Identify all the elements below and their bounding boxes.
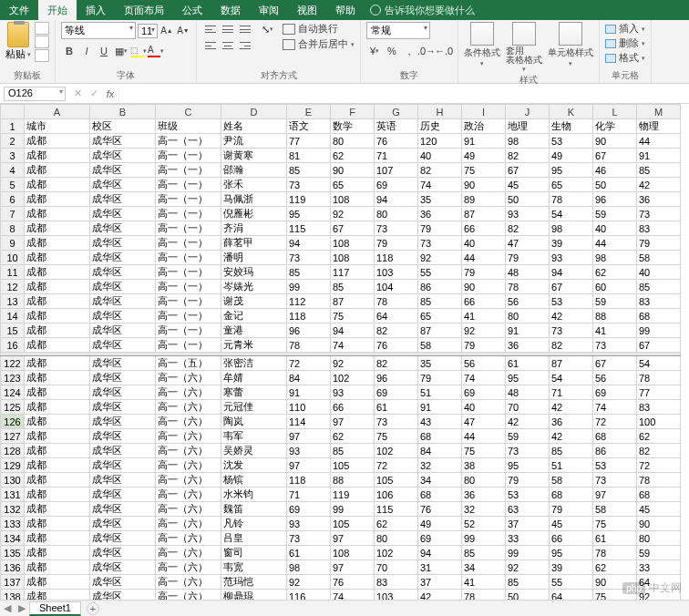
row-header[interactable]: 128 [1, 444, 25, 458]
cell[interactable]: 42 [506, 415, 550, 429]
cell[interactable]: 85 [418, 294, 462, 309]
cell[interactable]: 成都 [25, 546, 90, 560]
cell[interactable]: 成华区 [90, 265, 156, 280]
cell[interactable]: 64 [550, 590, 593, 601]
cell[interactable]: 政治 [462, 119, 506, 134]
row-header[interactable]: 133 [1, 517, 25, 531]
cell[interactable]: 78 [593, 546, 637, 560]
cell[interactable]: 94 [375, 192, 418, 207]
cell[interactable]: 97 [331, 415, 375, 429]
cell[interactable]: 104 [375, 280, 418, 294]
cell[interactable]: 安姣玛 [221, 265, 287, 280]
cell[interactable]: 邵瀚 [221, 163, 287, 178]
cell[interactable]: 成华区 [90, 251, 156, 265]
cell[interactable]: 73 [550, 323, 593, 338]
cell[interactable]: 成都 [25, 502, 90, 517]
cell[interactable]: 成都 [25, 309, 90, 323]
cell[interactable]: 数学 [331, 119, 375, 134]
cell[interactable]: 69 [593, 385, 637, 400]
cell[interactable]: 水米钧 [221, 488, 287, 502]
cell[interactable]: 59 [593, 207, 637, 221]
cell[interactable]: 高一（一） [156, 294, 221, 309]
menu-tab-7[interactable]: 视图 [288, 0, 326, 20]
cell[interactable]: 115 [375, 502, 418, 517]
cell[interactable]: 高一（一） [156, 207, 221, 221]
cell[interactable]: 108 [331, 192, 375, 207]
cell[interactable]: 寒蕾 [221, 385, 287, 400]
cell[interactable]: 48 [506, 265, 550, 280]
cell[interactable]: 成都 [25, 517, 90, 531]
cell[interactable]: 80 [462, 473, 506, 488]
cell[interactable]: 73 [506, 444, 550, 458]
cell[interactable]: 生物 [550, 119, 593, 134]
cell[interactable]: 70 [375, 560, 418, 575]
cell[interactable]: 97 [331, 531, 375, 546]
cell[interactable]: 成都 [25, 178, 90, 192]
align-center-button[interactable] [220, 38, 236, 53]
cell[interactable]: 79 [418, 371, 462, 385]
border-button[interactable]: ▦▾ [113, 43, 129, 59]
cell[interactable]: 31 [418, 560, 462, 575]
cell[interactable]: 56 [462, 356, 506, 371]
cell[interactable]: 102 [375, 546, 418, 560]
cell[interactable]: 79 [462, 265, 506, 280]
cell[interactable]: 83 [637, 400, 681, 415]
cell[interactable]: 成都 [25, 192, 90, 207]
cell[interactable]: 高一（六） [156, 502, 221, 517]
cell[interactable]: 73 [375, 415, 418, 429]
cell[interactable]: 66 [462, 221, 506, 236]
align-middle-button[interactable] [220, 22, 236, 36]
cell[interactable]: 40 [593, 221, 637, 236]
cell[interactable]: 99 [287, 280, 331, 294]
cell[interactable]: 79 [506, 473, 550, 488]
cell[interactable]: 成都 [25, 265, 90, 280]
cell[interactable]: 74 [418, 178, 462, 192]
increase-font-icon[interactable]: A▲ [159, 24, 174, 38]
cell[interactable]: 99 [506, 546, 550, 560]
cell[interactable]: 高一（一） [156, 192, 221, 207]
cell[interactable]: 高一（一） [156, 265, 221, 280]
cell[interactable]: 成都 [25, 473, 90, 488]
cell[interactable]: 成都 [25, 458, 90, 473]
cell[interactable]: 88 [331, 473, 375, 488]
cell[interactable]: 80 [637, 531, 681, 546]
cell[interactable]: 62 [593, 560, 637, 575]
cell[interactable]: 成都 [25, 236, 90, 251]
column-header[interactable]: E [287, 105, 331, 119]
cell[interactable]: 成华区 [90, 134, 156, 149]
cell[interactable]: 50 [593, 178, 637, 192]
cell[interactable]: 92 [418, 251, 462, 265]
cell[interactable]: 63 [506, 502, 550, 517]
cell[interactable]: 成都 [25, 163, 90, 178]
cell[interactable]: 75 [331, 309, 375, 323]
cell[interactable]: 79 [462, 338, 506, 353]
decrease-decimal-button[interactable]: ←.0 [436, 43, 452, 59]
cell[interactable]: 高一（六） [156, 385, 221, 400]
cell[interactable]: 77 [637, 385, 681, 400]
cell[interactable]: 102 [331, 371, 375, 385]
align-top-button[interactable] [202, 22, 219, 36]
cell[interactable]: 成华区 [90, 517, 156, 531]
format-cells-button[interactable]: 格式▾ [605, 51, 645, 65]
cell[interactable]: 成都 [25, 323, 90, 338]
cell[interactable]: 54 [550, 207, 593, 221]
cell[interactable]: 98 [506, 134, 550, 149]
cell[interactable]: 76 [331, 575, 375, 590]
italic-button[interactable]: I [78, 43, 95, 59]
cell[interactable]: 107 [375, 163, 418, 178]
cell[interactable]: 34 [462, 560, 506, 575]
cell[interactable]: 92 [331, 207, 375, 221]
cell[interactable]: 童港 [221, 323, 287, 338]
cell[interactable]: 成华区 [90, 546, 156, 560]
cell[interactable]: 高一（六） [156, 560, 221, 575]
cell[interactable]: 成华区 [90, 502, 156, 517]
row-header[interactable]: 122 [1, 356, 25, 371]
cell[interactable]: 76 [375, 338, 418, 353]
cell[interactable]: 58 [637, 251, 681, 265]
cell[interactable]: 43 [418, 415, 462, 429]
cell[interactable]: 72 [637, 458, 681, 473]
cell[interactable]: 67 [593, 356, 637, 371]
row-header[interactable]: 16 [1, 338, 25, 353]
cell[interactable]: 成华区 [90, 338, 156, 353]
cell[interactable]: 92 [506, 560, 550, 575]
